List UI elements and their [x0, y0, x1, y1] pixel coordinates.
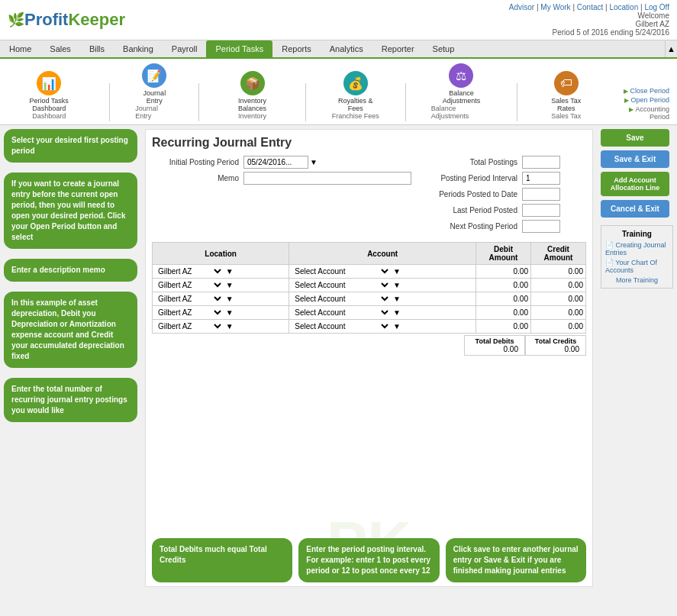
- credit-input-2[interactable]: [534, 295, 583, 303]
- location-cell-1: Gilbert AZ ▼: [153, 279, 289, 292]
- date-picker-icon[interactable]: ▼: [310, 158, 318, 166]
- close-period-link[interactable]: Close Period: [611, 86, 669, 95]
- memo-label: Memo: [152, 174, 243, 182]
- account-select-1[interactable]: Select Account: [292, 280, 391, 290]
- periods-posted-row: Periods Posted to Date: [430, 188, 560, 201]
- period-tasks-dashboard-icon: 📊: [37, 71, 61, 95]
- last-period-label: Last Period Posted: [430, 206, 522, 214]
- location-select-0[interactable]: Gilbert AZ: [155, 266, 224, 276]
- debit-input-0[interactable]: [479, 267, 528, 276]
- location-cell-3: Gilbert AZ ▼: [153, 306, 289, 320]
- account-select-4[interactable]: Select Account: [292, 321, 391, 331]
- debit-input-4[interactable]: [479, 322, 528, 331]
- callout-asset: In this example of asset depreciation, D…: [4, 292, 137, 368]
- total-postings-input[interactable]: [522, 156, 560, 169]
- logo-leaf-icon: 🌿: [8, 11, 24, 28]
- toolbar-balance-adjustments[interactable]: ⚖ Balance Adjustments Balance Adjustment…: [425, 62, 498, 121]
- debit-input-3[interactable]: [479, 308, 528, 317]
- memo-row: Memo: [152, 172, 411, 185]
- location-select-3[interactable]: Gilbert AZ: [155, 308, 224, 318]
- nav-analytics[interactable]: Analytics: [321, 40, 372, 57]
- toolbar-period-tasks-dashboard[interactable]: 📊 Period Tasks Dashboard Dashboard: [8, 69, 90, 121]
- nav-reporter[interactable]: Reporter: [372, 40, 424, 57]
- save-button[interactable]: Save: [601, 129, 669, 147]
- left-callouts: Select your desired first posting period…: [0, 125, 141, 591]
- location-link[interactable]: Location: [609, 3, 638, 11]
- toolbar-sep3: [305, 83, 306, 121]
- bottom-callouts: Total Debits much equal Total Credits En…: [152, 538, 586, 582]
- advisor-link[interactable]: Advisor: [509, 3, 534, 11]
- total-debits-label: Total Debits: [471, 337, 518, 345]
- nav-period-tasks[interactable]: Period Tasks: [206, 40, 272, 57]
- toolbar-royalties-fees[interactable]: 💰 Royalties & Fees Franchise Fees: [325, 69, 386, 121]
- toolbar-sep5: [517, 83, 517, 121]
- last-period-input[interactable]: [522, 204, 560, 217]
- account-cell-0: Select Account ▼: [289, 265, 476, 279]
- credit-cell-3: [531, 306, 586, 320]
- credit-cell-2: [531, 292, 586, 306]
- col-debit: Debit Amount: [476, 243, 531, 265]
- last-period-row: Last Period Posted: [430, 204, 560, 217]
- training-link-coa[interactable]: Your Chart Of Accounts: [605, 259, 669, 274]
- total-postings-label: Total Postings: [430, 158, 522, 166]
- account-select-3[interactable]: Select Account: [292, 308, 391, 318]
- toolbar-royalties-label: Royalties & Fees: [331, 97, 380, 112]
- initial-posting-period-input[interactable]: [243, 156, 308, 169]
- center-content: PK Recurring Journal Entry Initial Posti…: [145, 129, 593, 587]
- account-cell-2: Select Account ▼: [289, 292, 476, 306]
- nav-home[interactable]: Home: [0, 40, 40, 57]
- location-select-2[interactable]: Gilbert AZ: [155, 294, 224, 304]
- callout-interval: Enter the period posting interval. For e…: [298, 538, 439, 582]
- mywork-link[interactable]: My Work: [540, 3, 570, 11]
- credit-input-1[interactable]: [534, 281, 583, 289]
- location-select-1[interactable]: Gilbert AZ: [155, 280, 224, 290]
- callout-total-debits: Total Debits much equal Total Credits: [152, 538, 292, 582]
- toolbar-balance-label: Balance Adjustments: [431, 89, 492, 105]
- debit-input-2[interactable]: [479, 295, 528, 303]
- credit-input-3[interactable]: [534, 308, 583, 317]
- toolbar-inventory-sublabel: Inventory: [238, 112, 266, 120]
- open-period-link[interactable]: Open Period: [611, 95, 669, 105]
- total-debits-value: 0.00: [471, 345, 518, 353]
- total-credits-box: Total Credits 0.00: [525, 335, 586, 356]
- debit-input-1[interactable]: [479, 281, 528, 289]
- toolbar-journal-entry[interactable]: 📝 Journal Entry Journal Entry: [129, 62, 179, 121]
- account-select-2[interactable]: Select Account: [292, 294, 391, 304]
- journal-entry-table: Location Account Debit Amount Credit Amo…: [152, 242, 586, 334]
- contact-link[interactable]: Contact: [577, 3, 603, 11]
- location-select-4[interactable]: Gilbert AZ: [155, 321, 224, 331]
- logout-link[interactable]: Log Off: [644, 3, 669, 11]
- credit-input-4[interactable]: [534, 322, 583, 331]
- posting-interval-label: Posting Period Interval: [430, 174, 522, 182]
- account-select-0[interactable]: Select Account: [292, 266, 391, 276]
- next-posting-input[interactable]: [522, 220, 560, 233]
- add-allocation-line-button[interactable]: Add Account Allocation Line: [601, 172, 669, 196]
- periods-posted-input[interactable]: [522, 188, 560, 201]
- navbar-collapse[interactable]: ▲: [665, 40, 677, 57]
- posting-interval-input[interactable]: [522, 172, 560, 185]
- credit-cell-1: [531, 279, 586, 292]
- next-posting-row: Next Posting Period: [430, 220, 560, 233]
- toolbar-journal-sublabel: Journal Entry: [135, 105, 173, 120]
- training-link-journal[interactable]: Creating Journal Entries: [605, 241, 669, 256]
- nav-bills[interactable]: Bills: [80, 40, 114, 57]
- memo-input[interactable]: [243, 172, 411, 185]
- save-exit-button[interactable]: Save & Exit: [601, 150, 669, 168]
- toolbar-sales-tax[interactable]: 🏷 Sales Tax Rates Sales Tax: [537, 69, 595, 121]
- toolbar-inventory-balances[interactable]: 📦 Inventory Balances Inventory: [218, 69, 285, 121]
- nav-banking[interactable]: Banking: [114, 40, 163, 57]
- nav-reports[interactable]: Reports: [272, 40, 321, 57]
- more-training-link[interactable]: More Training: [605, 276, 669, 284]
- debit-cell-2: [476, 292, 531, 306]
- toolbar-inventory-label: Inventory Balances: [224, 97, 279, 112]
- callout-save: Click save to enter another journal entr…: [446, 538, 586, 582]
- cancel-exit-button[interactable]: Cancel & Exit: [601, 200, 669, 218]
- nav-setup[interactable]: Setup: [424, 40, 464, 57]
- nav-payroll[interactable]: Payroll: [163, 40, 207, 57]
- toolbar-sep4: [405, 83, 406, 121]
- initial-posting-period-row: Initial Posting Period ▼: [152, 156, 411, 169]
- nav-sales[interactable]: Sales: [40, 40, 80, 57]
- total-debits-box: Total Debits 0.00: [464, 335, 525, 356]
- toolbar-sales-tax-sublabel: Sales Tax: [551, 112, 581, 120]
- credit-input-0[interactable]: [534, 267, 583, 276]
